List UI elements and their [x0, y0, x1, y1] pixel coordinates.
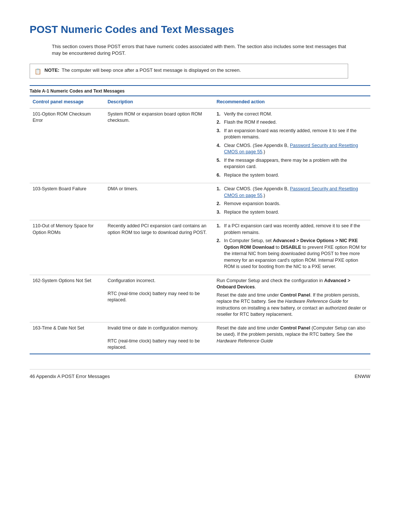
list-item: 1.Verify the correct ROM.	[217, 111, 367, 118]
table-row: 163-Time & Date Not Set Invalid time or …	[30, 322, 370, 354]
description: System ROM or expansion board option ROM…	[104, 108, 213, 183]
list-item: 2.In Computer Setup, set Advanced > Devi…	[217, 238, 367, 270]
table-caption: Table A-1 Numeric Codes and Text Message…	[30, 85, 370, 94]
list-item: 2.Flash the ROM if needed.	[217, 119, 367, 126]
note-label: NOTE:	[44, 67, 59, 73]
password-security-link-1[interactable]: Password Security and Resetting CMOS on …	[224, 143, 358, 155]
description: Invalid time or date in configuration me…	[104, 322, 213, 354]
control-panel-message: 103-System Board Failure	[30, 183, 104, 220]
main-table: Control panel message Description Recomm…	[30, 96, 370, 354]
password-security-link-2[interactable]: Password Security and Resetting CMOS on …	[224, 186, 358, 198]
table-row: 162-System Options Not Set Configuration…	[30, 275, 370, 322]
col-header-desc: Description	[104, 96, 213, 108]
note-icon: 📋	[34, 67, 41, 75]
page-footer: 46 Appendix A POST Error Messages ENWW	[30, 369, 370, 380]
list-item: 1.Clear CMOS. (See Appendix B, Password …	[217, 186, 367, 199]
recommended-action: 1.If a PCI expansion card was recently a…	[214, 220, 370, 275]
table-row: 110-Out of Memory Space for Option ROMs …	[30, 220, 370, 275]
table-row: 103-System Board Failure DMA or timers. …	[30, 183, 370, 220]
control-panel-message: 101-Option ROM Checksum Error	[30, 108, 104, 183]
col-header-control: Control panel message	[30, 96, 104, 108]
recommended-action: Run Computer Setup and check the configu…	[214, 275, 370, 322]
list-item: 4.Clear CMOS. (See Appendix B, Password …	[217, 143, 367, 155]
list-item: 1.If a PCI expansion card was recently a…	[217, 223, 367, 236]
list-item: 5.If the message disappears, there may b…	[217, 157, 367, 170]
footer-right: ENWW	[354, 373, 370, 380]
page-title: POST Numeric Codes and Text Messages	[30, 22, 370, 37]
description: DMA or timers.	[104, 183, 213, 220]
description: Configuration incorrect. RTC (real-time …	[104, 275, 213, 322]
control-panel-message: 110-Out of Memory Space for Option ROMs	[30, 220, 104, 275]
footer-left: 46 Appendix A POST Error Messages	[30, 373, 110, 380]
note-text: The computer will beep once after a POST…	[61, 67, 241, 73]
list-item: 6.Replace the system board.	[217, 172, 367, 179]
control-panel-message: 163-Time & Date Not Set	[30, 322, 104, 354]
recommended-action: Reset the date and time under Control Pa…	[214, 322, 370, 354]
col-header-action: Recommended action	[214, 96, 370, 108]
note-box: 📋 NOTE:The computer will beep once after…	[30, 64, 348, 78]
control-panel-message: 162-System Options Not Set	[30, 275, 104, 322]
list-item: 2.Remove expansion boards.	[217, 201, 367, 207]
intro-text: This section covers those POST errors th…	[52, 43, 356, 57]
list-item: 3.Replace the system board.	[217, 209, 367, 216]
recommended-action: 1.Clear CMOS. (See Appendix B, Password …	[214, 183, 370, 220]
table-row: 101-Option ROM Checksum Error System ROM…	[30, 108, 370, 183]
recommended-action: 1.Verify the correct ROM. 2.Flash the RO…	[214, 108, 370, 183]
list-item: 3.If an expansion board was recently add…	[217, 128, 367, 141]
description: Recently added PCI expansion card contai…	[104, 220, 213, 275]
